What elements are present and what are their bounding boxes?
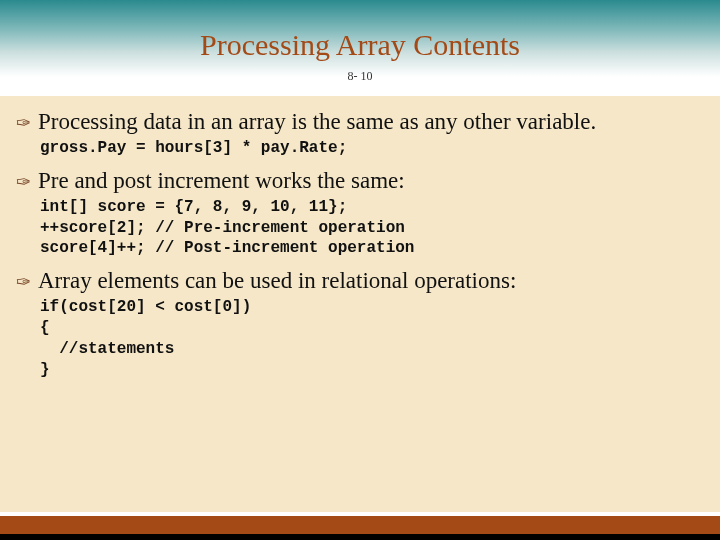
bottom-edge <box>0 534 720 540</box>
slide: Processing Array Contents 8- 10 Processi… <box>0 0 720 540</box>
bullet-1: Processing data in an array is the same … <box>16 108 704 136</box>
code-block-2: int[] score = {7, 8, 9, 10, 11}; ++score… <box>16 197 704 259</box>
header-band: Processing Array Contents 8- 10 <box>0 0 720 96</box>
slide-title: Processing Array Contents <box>0 28 720 62</box>
slide-content: Processing data in an array is the same … <box>6 104 714 506</box>
bullet-3: Array elements can be used in relational… <box>16 267 704 295</box>
bullet-2: Pre and post increment works the same: <box>16 167 704 195</box>
code-block-3: if(cost[20] < cost[0]) { //statements } <box>16 297 704 380</box>
code-block-1: gross.Pay = hours[3] * pay.Rate; <box>16 138 704 159</box>
page-number: 8- 10 <box>0 70 720 83</box>
